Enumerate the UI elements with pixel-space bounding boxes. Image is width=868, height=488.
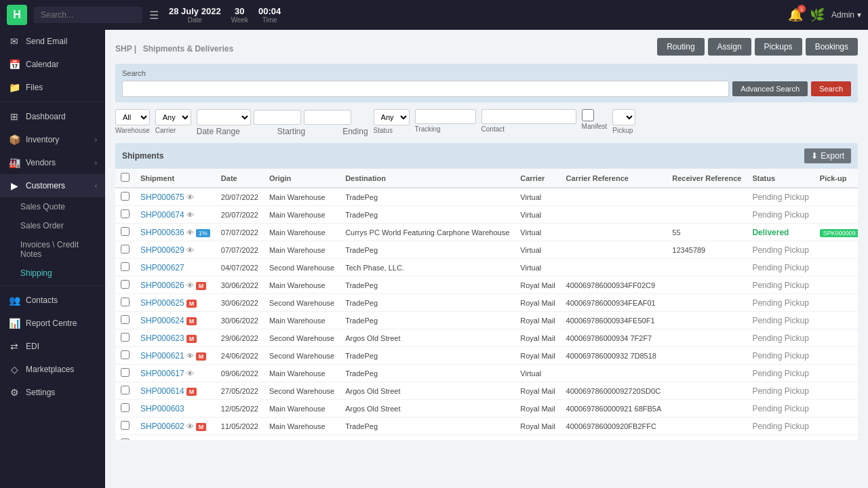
status-cell: Pending Pickup <box>747 312 814 329</box>
date-range-select[interactable] <box>197 109 251 125</box>
shipment-link[interactable]: SHP000627 <box>140 263 184 272</box>
status-cell: Pending Pickup <box>747 294 814 312</box>
manifest-label: Manifest <box>582 123 608 130</box>
sidebar-item-settings[interactable]: ⚙ Settings <box>0 381 105 404</box>
ending-date-input[interactable] <box>304 110 351 125</box>
advanced-search-button[interactable]: Advanced Search <box>732 81 808 96</box>
sidebar-item-invoices[interactable]: Invoices \ Credit Notes <box>0 235 105 264</box>
row-checkbox[interactable] <box>121 315 130 324</box>
shipment-link[interactable]: SHP000636 <box>140 228 184 237</box>
shipment-link[interactable]: SHP000624 <box>140 316 184 325</box>
warehouse-select[interactable]: All <box>115 109 150 125</box>
eye-icon[interactable]: 👁 <box>186 211 194 219</box>
shipment-link[interactable]: SHP000621 <box>140 351 184 361</box>
tracking-input[interactable] <box>415 109 476 124</box>
shipment-link[interactable]: SHP000629 <box>140 245 184 255</box>
status-select[interactable]: Any <box>374 109 410 125</box>
calendar-icon: 📅 <box>8 59 20 70</box>
shipment-link[interactable]: SHP000602 <box>140 422 184 431</box>
global-search-input[interactable] <box>34 7 142 23</box>
sidebar-item-customers[interactable]: ▶ Customers ‹ <box>0 174 105 197</box>
export-button[interactable]: ⬇ Export <box>804 148 851 163</box>
search-button[interactable]: Search <box>811 81 851 96</box>
sidebar-item-calendar[interactable]: 📅 Calendar <box>0 53 105 76</box>
sidebar-item-sales-order[interactable]: Sales Order <box>0 216 105 235</box>
row-checkbox[interactable] <box>121 262 130 271</box>
starting-date-input[interactable] <box>254 110 301 125</box>
pickup-cell <box>814 188 858 206</box>
eye-icon[interactable]: 👁 <box>186 422 194 430</box>
carrier-label: Carrier <box>155 127 191 134</box>
shipment-link[interactable]: SHP000623 <box>140 333 184 343</box>
sidebar-item-dashboard[interactable]: ⊞ Dashboard <box>0 105 105 128</box>
row-checkbox[interactable] <box>121 227 130 236</box>
leaf-icon[interactable]: 🌿 <box>810 7 825 22</box>
search-main-input[interactable] <box>122 81 729 97</box>
table-row: SHP000636 👁 1% 07/07/2022 Main Warehouse… <box>115 224 858 241</box>
status-value: Pending Pickup <box>752 263 808 272</box>
row-checkbox[interactable] <box>121 298 130 306</box>
row-checkbox[interactable] <box>121 439 130 440</box>
sidebar-label-invoices: Invoices \ Credit Notes <box>20 240 97 259</box>
eye-icon[interactable]: 👁 <box>186 228 194 237</box>
row-checkbox[interactable] <box>121 280 130 289</box>
row-checkbox[interactable] <box>121 192 130 201</box>
carrier-select[interactable]: Any <box>155 109 191 125</box>
sidebar-item-edi[interactable]: ⇄ EDI <box>0 335 105 358</box>
row-checkbox[interactable] <box>121 403 130 412</box>
main-content: SHP | Shipments & Deliveries Routing Ass… <box>105 30 868 488</box>
shipment-link[interactable]: SHP000600 <box>140 439 184 441</box>
assign-button[interactable]: Assign <box>708 38 751 56</box>
sidebar-label-vendors: Vendors <box>26 158 56 167</box>
status-cell: In Transit <box>747 435 814 441</box>
eye-icon[interactable]: 👁 <box>186 193 194 201</box>
shipment-link[interactable]: SHP000626 <box>140 281 184 290</box>
eye-icon[interactable]: 👁 <box>186 246 194 254</box>
row-checkbox[interactable] <box>121 245 130 253</box>
row-checkbox[interactable] <box>121 350 130 359</box>
sidebar-item-report-centre[interactable]: 📊 Report Centre <box>0 312 105 335</box>
sidebar-label-sales-quote: Sales Quote <box>20 202 65 211</box>
col-checkbox <box>115 169 135 188</box>
status-value: Delivered <box>752 228 789 237</box>
shipment-link[interactable]: SHP000614 <box>140 386 184 396</box>
sidebar-item-inventory[interactable]: 📦 Inventory › <box>0 128 105 151</box>
shipment-link[interactable]: SHP000674 <box>140 210 184 220</box>
eye-icon[interactable]: 👁 <box>186 369 194 378</box>
row-checkbox[interactable] <box>121 368 130 377</box>
shipment-link[interactable]: SHP000625 <box>140 298 184 308</box>
sidebar-item-marketplaces[interactable]: ◇ Marketplaces <box>0 358 105 381</box>
pickup-cell <box>814 329 858 347</box>
shipment-link[interactable]: SHP000603 <box>140 404 184 413</box>
sidebar-item-shipping[interactable]: Shipping <box>0 264 105 283</box>
row-checkbox[interactable] <box>121 421 130 430</box>
sidebar-item-send-email[interactable]: ✉ Send Email <box>0 30 105 53</box>
menu-icon[interactable]: ☰ <box>149 9 159 22</box>
carrier-cell: Virtual <box>515 259 560 277</box>
pickup-select[interactable] <box>612 109 635 125</box>
row-checkbox[interactable] <box>121 209 130 218</box>
shipment-link[interactable]: SHP000617 <box>140 369 184 378</box>
sidebar-item-sales-quote[interactable]: Sales Quote <box>0 197 105 216</box>
shipment-id-cell: SHP000621 👁 M <box>135 347 216 365</box>
row-checkbox[interactable] <box>121 333 130 342</box>
logo[interactable]: H <box>7 5 27 25</box>
contact-input[interactable] <box>481 109 576 124</box>
shipment-link[interactable]: SHP000675 <box>140 192 184 202</box>
eye-icon[interactable]: 👁 <box>186 281 194 289</box>
sidebar-item-vendors[interactable]: 🏭 Vendors › <box>0 151 105 174</box>
admin-menu[interactable]: Admin ▾ <box>831 10 861 20</box>
notification-bell-icon[interactable]: 🔔 1 <box>788 7 803 22</box>
select-all-checkbox[interactable] <box>121 173 130 182</box>
sidebar-item-files[interactable]: 📁 Files <box>0 76 105 99</box>
pickups-button[interactable]: Pickups <box>755 38 802 56</box>
routing-button[interactable]: Routing <box>657 38 704 56</box>
bookings-button[interactable]: Bookings <box>806 38 858 56</box>
m-badge: M <box>196 282 207 290</box>
row-checkbox-cell <box>115 294 135 312</box>
row-checkbox[interactable] <box>121 386 130 394</box>
sidebar-item-contacts[interactable]: 👥 Contacts <box>0 289 105 312</box>
eye-icon[interactable]: 👁 <box>186 352 194 360</box>
search-section: Search Advanced Search Search <box>115 64 858 102</box>
manifest-checkbox[interactable] <box>582 109 594 121</box>
